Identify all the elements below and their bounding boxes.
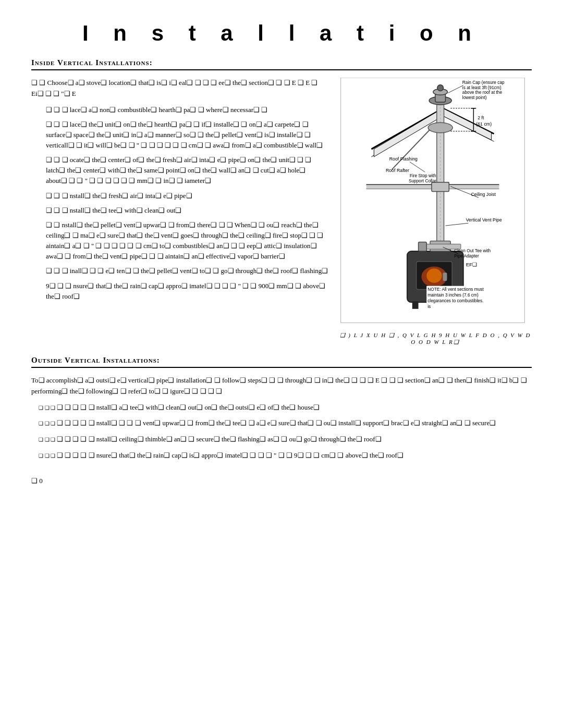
- svg-text:is at least 3ft (91cm): is at least 3ft (91cm): [462, 85, 501, 90]
- svg-text:Support Collar: Support Collar: [409, 178, 436, 183]
- inside-step-6: ❑ ❑ nstall❑ the❑ pellet❑ vent❑ upwar❑ ❑ …: [31, 220, 328, 262]
- installation-diagram: EF❑ Rain Cap (ensure cap is at least 3ft…: [339, 78, 527, 328]
- svg-text:Rain Cap (ensure cap: Rain Cap (ensure cap: [462, 80, 505, 85]
- outside-step-2: ❑ ❑ ❑ ❑ ❑ nstall❑ ❑ ❑ ❑ vent❑ upwar❑ ❑ f…: [31, 418, 532, 429]
- inside-step-7: ❑ ❑ ❑ inall❑ ❑ ❑ e❑ ten❑ ❑ the❑ pellet❑ …: [31, 266, 328, 276]
- svg-text:Roof Rafter: Roof Rafter: [386, 168, 409, 173]
- outside-section: Outside Vertical Installations: To❑ acco…: [31, 356, 532, 461]
- svg-text:2 ft: 2 ft: [478, 115, 484, 120]
- svg-text:is: is: [427, 304, 431, 309]
- svg-text:Ceiling Joist: Ceiling Joist: [471, 192, 496, 197]
- svg-point-23: [426, 268, 442, 282]
- diagram-caption: ❑ ) L J X U H ❑ , Q V L G H 9 H U W L F …: [339, 332, 532, 346]
- diagram-column: EF❑ Rain Cap (ensure cap is at least 3ft…: [339, 78, 532, 346]
- svg-rect-24: [443, 273, 447, 281]
- svg-text:clegarances to combustibles.: clegarances to combustibles.: [427, 298, 483, 303]
- svg-text:above the roof at the: above the roof at the: [462, 90, 503, 95]
- svg-text:Roof Flashing: Roof Flashing: [389, 156, 418, 162]
- outside-text: To❑ accomplish❑ a❑ outsi❑ e❑ vertical❑ p…: [31, 375, 532, 461]
- svg-rect-19: [412, 301, 419, 309]
- outside-step-1: ❑ ❑ ❑ ❑ ❑ nstall❑ a❑ tee❑ with❑ clean❑ o…: [31, 402, 532, 413]
- page-title: I n s t a l l a t i o n: [31, 21, 532, 46]
- svg-text:EF❑: EF❑: [466, 262, 478, 267]
- svg-text:(61 cm): (61 cm): [476, 121, 492, 127]
- inside-step-2: ❑ ❑ ❑ lace❑ the❑ unit❑ on❑ the❑ hearth❑ …: [31, 119, 328, 151]
- svg-rect-27: [419, 242, 427, 251]
- inside-step-1: ❑ ❑ ❑ lace❑ a❑ non❑ combustible❑ hearth❑…: [31, 105, 328, 115]
- inside-step-8: 9❑ ❑ ❑ nsure❑ that❑ the❑ rain❑ cap❑ appr…: [31, 281, 328, 302]
- svg-point-15: [437, 85, 444, 91]
- inside-section-header: Inside Vertical Installations:: [31, 58, 532, 70]
- svg-text:Pipe Adapter: Pipe Adapter: [454, 253, 479, 258]
- page-number: ❑ 0: [31, 477, 532, 485]
- svg-text:maintain 3 inches (7.6 cm): maintain 3 inches (7.6 cm): [427, 292, 479, 298]
- inside-step-4: ❑ ❑ ❑ nstall❑ the❑ fresh❑ air❑ inta❑ e❑ …: [31, 191, 328, 201]
- svg-rect-17: [432, 182, 449, 192]
- svg-text:Vertical Vent Pipe: Vertical Vent Pipe: [466, 217, 502, 223]
- outside-intro: To❑ accomplish❑ a❑ outsi❑ e❑ vertical❑ p…: [31, 375, 532, 397]
- outside-step-4: ❑ ❑ ❑ ❑ ❑ nsure❑ that❑ the❑ rain❑ cap❑ i…: [31, 450, 532, 461]
- inside-text-column: ❑ ❑ Choose❑ a❑ stove❑ location❑ that❑ is…: [31, 78, 328, 346]
- inside-step-5: ❑ ❑ ❑ nstall❑ the❑ tee❑ with❑ clean❑ out…: [31, 205, 328, 216]
- svg-text:NOTE: All vent sections must: NOTE: All vent sections must: [427, 287, 484, 292]
- svg-text:lowest point): lowest point): [462, 95, 487, 100]
- inside-intro: ❑ ❑ Choose❑ a❑ stove❑ location❑ that❑ is…: [31, 78, 328, 100]
- svg-text:Clean Out Tee with: Clean Out Tee with: [454, 248, 491, 253]
- svg-text:Fire Stop with: Fire Stop with: [410, 173, 436, 178]
- inside-content-area: ❑ ❑ Choose❑ a❑ stove❑ location❑ that❑ is…: [31, 78, 532, 346]
- outside-section-header: Outside Vertical Installations:: [31, 356, 532, 368]
- inside-step-3: ❑ ❑ ❑ ocate❑ the❑ center❑ of❑ the❑ fresh…: [31, 155, 328, 186]
- svg-point-16: [428, 122, 452, 133]
- outside-step-3: ❑ ❑ ❑ ❑ ❑ nstall❑ ceiling❑ thimble❑ an❑ …: [31, 434, 532, 445]
